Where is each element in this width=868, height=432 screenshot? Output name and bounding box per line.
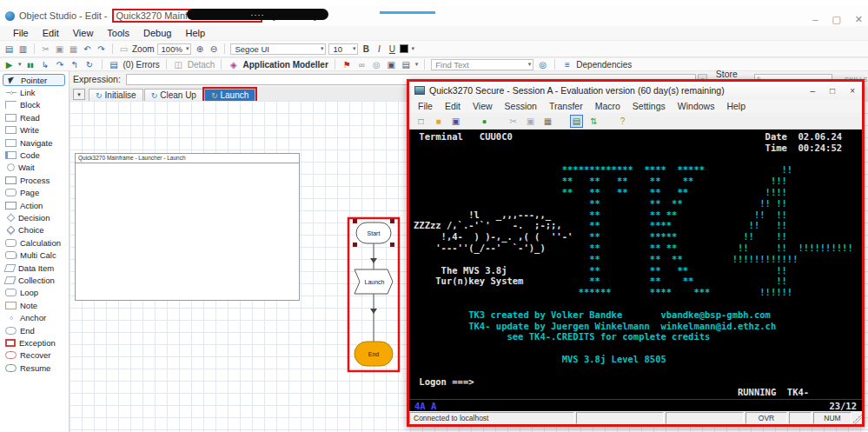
- toolbox-item-link[interactable]: ─○─Link: [3, 86, 69, 98]
- snapshot-icon[interactable]: ▣: [386, 59, 397, 70]
- find-instance-icon[interactable]: ◎: [371, 59, 382, 70]
- bold-button[interactable]: B: [361, 44, 371, 54]
- toolbox-item-wait[interactable]: Wait: [3, 162, 69, 174]
- find-text-input[interactable]: Find Text▾: [431, 59, 533, 70]
- terminal-menu-transfer[interactable]: Transfer: [544, 100, 588, 112]
- redo-icon[interactable]: ↷: [96, 43, 107, 55]
- cut-icon[interactable]: ✂: [507, 115, 520, 128]
- help-icon[interactable]: ?: [616, 115, 629, 128]
- toolbox-item-decision[interactable]: Decision: [3, 211, 69, 223]
- underline-button[interactable]: U: [387, 44, 397, 54]
- pause-button[interactable]: ▮▮: [25, 59, 36, 70]
- copy-icon[interactable]: ▣: [524, 115, 537, 128]
- paste-icon[interactable]: ▦: [541, 115, 554, 128]
- menu-edit[interactable]: Edit: [36, 27, 65, 39]
- selection-handle[interactable]: [353, 219, 357, 223]
- copy-icon[interactable]: ▣: [54, 43, 65, 55]
- toolbox-item-calculation[interactable]: Calculation: [3, 236, 69, 249]
- toolbox-item-pointer[interactable]: ◤Pointer: [3, 74, 65, 86]
- undo-icon[interactable]: ↶: [82, 43, 93, 55]
- toolbox-item-read[interactable]: Read: [3, 111, 69, 123]
- zoom-in-icon[interactable]: ⊕: [194, 43, 205, 55]
- toolbox-item-collection[interactable]: Collection: [3, 274, 69, 286]
- toolbox-item-choice[interactable]: Choice: [3, 224, 69, 236]
- dependencies-button[interactable]: Dependencies: [576, 60, 632, 70]
- toolbox-item-process[interactable]: Process: [3, 174, 69, 186]
- toolbox-item-navigate[interactable]: Navigate: [3, 136, 69, 149]
- zoom-out-icon[interactable]: ⊖: [208, 43, 219, 55]
- toolbox-item-action[interactable]: Action: [3, 199, 69, 211]
- print-icon[interactable]: ▥: [17, 43, 29, 55]
- terminal-titlebar[interactable]: Quick3270 Secure - Session A - Evaluatio…: [409, 82, 862, 99]
- toolbox-item-note[interactable]: Note: [3, 299, 69, 311]
- tab-list-dropdown[interactable]: ▾: [73, 89, 85, 100]
- selection-handle[interactable]: [390, 243, 394, 247]
- application-modeller-button[interactable]: Application Modeller: [242, 60, 328, 70]
- save-icon[interactable]: ▤: [3, 43, 15, 55]
- paste-icon[interactable]: ▦: [68, 43, 79, 55]
- menu-help[interactable]: Help: [179, 27, 211, 39]
- toolbox-item-write[interactable]: Write: [3, 124, 69, 136]
- toolbox-item-block[interactable]: Block: [3, 99, 69, 111]
- tab-clean-up[interactable]: ↻Clean Up: [144, 89, 203, 101]
- terminal-menu-settings[interactable]: Settings: [627, 100, 671, 112]
- terminal-close-button[interactable]: ×: [850, 86, 855, 96]
- font-color-button[interactable]: [400, 44, 408, 53]
- keyboard-map-icon[interactable]: ▤: [570, 115, 583, 128]
- terminal-minimize-button[interactable]: –: [811, 86, 816, 96]
- terminal-menu-file[interactable]: File: [413, 100, 438, 112]
- toolbox-item-code[interactable]: Code: [3, 149, 69, 161]
- tab-launch[interactable]: ↻Launch: [204, 89, 255, 101]
- toolbox-item-anchor[interactable]: ○Anchor: [3, 311, 69, 323]
- step-in-button[interactable]: ↳: [40, 59, 51, 70]
- menu-view[interactable]: View: [67, 27, 100, 39]
- step-over-button[interactable]: ↷: [55, 59, 66, 70]
- highlight-icon[interactable]: ▤: [401, 59, 412, 70]
- zoom-select[interactable]: 100%▾: [157, 43, 192, 55]
- terminal-screen[interactable]: Terminal CUU0C0 Date 02.06.24 Time 00:24…: [409, 130, 862, 399]
- menu-tools[interactable]: Tools: [101, 27, 136, 39]
- terminal-menu-session[interactable]: Session: [500, 100, 542, 112]
- menu-debug[interactable]: Debug: [137, 27, 177, 39]
- find-next-icon[interactable]: ◎: [537, 59, 548, 70]
- detach-button[interactable]: Detach: [188, 60, 215, 70]
- terminal-menu-macro[interactable]: Macro: [590, 100, 626, 112]
- font-select[interactable]: Segoe UI▾: [230, 43, 326, 55]
- terminal-menu-help[interactable]: Help: [721, 100, 751, 112]
- cut-icon[interactable]: ✂: [40, 43, 51, 55]
- reset-button[interactable]: ↻: [84, 59, 96, 70]
- minimize-button[interactable]: –: [812, 14, 818, 25]
- menu-file[interactable]: File: [7, 27, 35, 39]
- close-button[interactable]: ✕: [855, 14, 863, 25]
- toolbox-item-data-item[interactable]: Data Item: [3, 262, 69, 274]
- toolbox-item-loop[interactable]: Loop: [3, 287, 69, 299]
- run-button[interactable]: ▶: [3, 59, 15, 70]
- transfer-icon[interactable]: ⇅: [587, 115, 600, 128]
- terminal-menu-edit[interactable]: Edit: [440, 100, 466, 112]
- save-file-icon[interactable]: ▣: [449, 115, 462, 128]
- errors-button[interactable]: (0) Errors: [123, 60, 160, 70]
- open-file-icon[interactable]: ■: [432, 115, 445, 128]
- terminal-menu-windows[interactable]: Windows: [673, 100, 720, 112]
- resize-grip[interactable]: [853, 412, 862, 424]
- toolbox-item-resume[interactable]: Resume: [3, 362, 69, 374]
- selection-handle[interactable]: [390, 219, 394, 223]
- toolbox-item-multi-calc[interactable]: Multi Calc: [3, 249, 69, 261]
- connect-icon[interactable]: ●: [478, 115, 491, 128]
- toolbox-item-page[interactable]: Page: [3, 187, 69, 199]
- toolbox-item-recover[interactable]: Recover: [3, 349, 69, 362]
- selection-handle[interactable]: [353, 243, 357, 247]
- terminal-menu-view[interactable]: View: [467, 100, 498, 112]
- toolbox-item-exception[interactable]: Exception: [3, 336, 69, 349]
- breakpoint-flag-icon[interactable]: ⚑: [341, 59, 353, 70]
- maximize-button[interactable]: ▢: [832, 14, 840, 25]
- step-out-button[interactable]: ↰: [70, 59, 81, 70]
- new-file-icon[interactable]: □: [414, 115, 427, 128]
- tab-initialise[interactable]: ↻Initialise: [89, 89, 143, 101]
- terminal-maximize-button[interactable]: □: [830, 86, 835, 96]
- watch-icon[interactable]: ∞: [356, 59, 368, 70]
- toolbox-item-end[interactable]: End: [3, 324, 69, 336]
- italic-button[interactable]: I: [374, 44, 384, 54]
- font-size-select[interactable]: 10▾: [328, 43, 358, 55]
- page-icon[interactable]: ▭: [118, 43, 129, 55]
